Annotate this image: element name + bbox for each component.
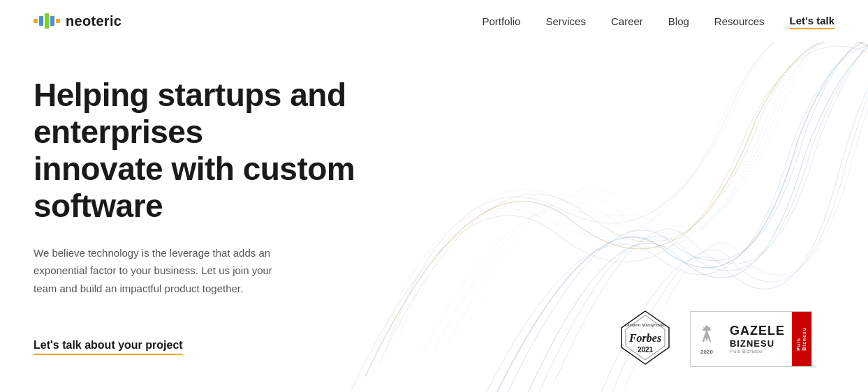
main-nav: Portfolio Services Career Blog Resources…	[482, 15, 834, 28]
forbes-badge: Diament Miesięcznika Forbes 2021	[615, 307, 676, 371]
hero-cta-link[interactable]: Let's talk about your project	[34, 339, 183, 354]
svg-text:2021: 2021	[638, 346, 654, 354]
nav-resources[interactable]: Resources	[714, 15, 765, 27]
forbes-badge-svg: Diament Miesięcznika Forbes 2021	[615, 307, 676, 368]
badges-area: Diament Miesięcznika Forbes 2021 2020 GA…	[615, 307, 812, 371]
logo-icon	[34, 13, 60, 29]
gazele-red-bar: PulsBiznesu	[792, 312, 811, 366]
hero-subtitle: We believe technology is the leverage th…	[34, 244, 285, 298]
logo-text: neoteric	[66, 13, 122, 29]
nav-blog[interactable]: Blog	[668, 15, 689, 27]
biznesu-label: BIZNESU	[730, 338, 785, 349]
svg-rect-0	[34, 19, 38, 23]
hero-title: Helping startups and enterprises innovat…	[34, 77, 466, 225]
gazele-sub: Puls Biznesu	[730, 349, 785, 354]
hero-section: Helping startups and enterprises innovat…	[0, 42, 868, 392]
svg-text:Diament Miesięcznika: Diament Miesięcznika	[624, 322, 665, 327]
logo[interactable]: neoteric	[34, 13, 122, 29]
nav-services[interactable]: Services	[545, 15, 586, 27]
gazele-label: GAZELE	[730, 324, 785, 338]
nav-portfolio[interactable]: Portfolio	[482, 15, 520, 27]
svg-rect-4	[56, 19, 60, 23]
nav-career[interactable]: Career	[611, 15, 643, 27]
svg-text:Forbes: Forbes	[628, 332, 661, 344]
svg-rect-2	[45, 13, 49, 29]
gazele-badge: 2020 GAZELE BIZNESU Puls Biznesu PulsBiz…	[690, 311, 812, 367]
svg-rect-1	[39, 16, 43, 26]
hero-content: Helping startups and enterprises innovat…	[34, 77, 466, 354]
header: neoteric Portfolio Services Career Blog …	[0, 0, 868, 42]
nav-cta[interactable]: Let's talk	[790, 15, 834, 28]
gazele-deer-icon	[696, 324, 717, 347]
svg-rect-3	[50, 16, 54, 26]
